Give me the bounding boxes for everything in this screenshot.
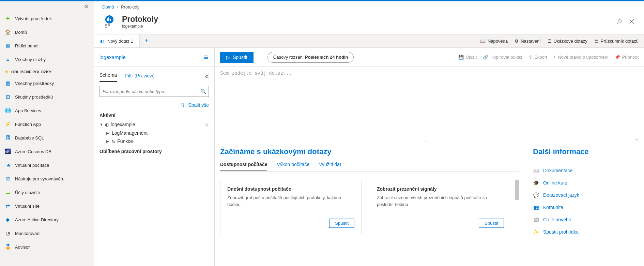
sidebar-item-app-services[interactable]: 🌐App Services xyxy=(0,104,94,117)
add-query-tab-button[interactable]: + xyxy=(140,34,153,47)
more-info-query-lang-link[interactable]: 💬Dotazovací jazyk xyxy=(533,189,639,201)
sort-icon[interactable]: ⇅ xyxy=(181,102,185,108)
sidebar-item-vm[interactable]: 🖥Virtuální počítače xyxy=(0,158,94,172)
new-alert-rule-button[interactable]: +Nové pravidlo upozornění xyxy=(553,55,609,60)
sidebar-item-aad[interactable]: ◆Azure Active Directory xyxy=(0,213,94,226)
plus-icon: + xyxy=(5,15,11,21)
favorite-star-icon[interactable]: ☆ xyxy=(204,121,209,128)
schema-tab-schema[interactable]: Schéma xyxy=(99,72,117,82)
sidebar-collapse-button[interactable] xyxy=(0,1,94,12)
schema-tree-functions[interactable]: ▶ fx Funkce xyxy=(94,137,214,145)
samples-tab-perf[interactable]: Výkon počítače xyxy=(277,162,309,171)
svg-rect-4 xyxy=(105,24,107,26)
book-icon: 📖 xyxy=(480,39,486,44)
grid-icon: ▦ xyxy=(5,80,11,86)
home-nav[interactable]: 🏠 Domů xyxy=(0,25,94,39)
schema-settings-button[interactable] xyxy=(203,55,209,60)
search-icon: 🔍 xyxy=(200,89,206,94)
more-info-docs-link[interactable]: 📖Dokumentace xyxy=(533,164,639,177)
sample-card-title: Dnešní dostupnost počítače xyxy=(227,186,354,192)
query-explorer-button[interactable]: 🗀Průzkumník dotazů xyxy=(594,39,639,44)
sidebar-item-load-balancer[interactable]: ⚖Nástroje pro vyrovnáván... xyxy=(0,172,94,186)
settings-button[interactable]: ⚙Nastavení xyxy=(515,39,541,44)
sidebar-item-monitor[interactable]: ◔Monitorování xyxy=(0,226,94,240)
dashboard-nav[interactable]: ▦ Řídicí panel xyxy=(0,39,94,53)
page-header: Protokoly logexample xyxy=(94,12,644,34)
svg-rect-2 xyxy=(108,17,109,21)
sidebar-item-storage[interactable]: ▭Účty úložiště xyxy=(0,186,94,199)
sidebar-item-all-resources[interactable]: ▦Všechny prostředky xyxy=(0,76,94,90)
book-icon: 📖 xyxy=(533,168,539,173)
time-range-picker[interactable]: Časový rozsah: Posledních 24 hodin xyxy=(267,52,354,63)
star-icon: ★ xyxy=(5,70,9,74)
breadcrumb: Domů › Protokoly xyxy=(94,1,644,12)
samples-tab-availability[interactable]: Dostupnost počítače xyxy=(220,162,267,171)
more-info-tour-link[interactable]: ✨Spustit prohlídku xyxy=(533,226,639,238)
sidebar-item-resource-groups[interactable]: ⊞Skupiny prostředků xyxy=(0,90,94,104)
results-ellipsis-icon[interactable]: . . . xyxy=(220,138,635,143)
sidebar-item-function-app[interactable]: ⚡Function App xyxy=(0,117,94,131)
collapse-all-button[interactable]: Sbalit vše xyxy=(188,102,209,108)
aad-icon: ◆ xyxy=(5,217,11,223)
sample-card-title: Zobrazit prezenční signály xyxy=(377,186,504,192)
run-query-button[interactable]: ▷ Spustit xyxy=(220,52,254,63)
group-icon: ⊞ xyxy=(5,94,11,100)
cosmos-icon: 🌌 xyxy=(5,148,11,154)
sample-card-run-button[interactable]: Spustit xyxy=(329,219,354,228)
chat-icon: 💬 xyxy=(533,192,539,198)
close-blade-button[interactable] xyxy=(628,17,636,26)
sidebar-item-vnet[interactable]: ⇄Virtuální sítě xyxy=(0,199,94,213)
sidebar-item-cosmos[interactable]: 🌌Azure Cosmos DB xyxy=(0,145,94,158)
vnet-icon: ⇄ xyxy=(5,203,11,209)
left-nav: + Vytvořit prostředek 🏠 Domů ▦ Řídicí pa… xyxy=(0,1,94,266)
sql-icon: 🗄 xyxy=(5,135,11,141)
lb-icon: ⚖ xyxy=(5,176,11,182)
collapse-results-icon[interactable]: ⌃ xyxy=(635,138,639,143)
scrollbar-thumb[interactable] xyxy=(515,180,519,200)
svg-point-7 xyxy=(205,55,206,56)
workspace-icon: ◐ xyxy=(105,122,109,127)
fx-icon: fx xyxy=(112,139,115,144)
schema-panel: logexample Schéma Filtr (Preview) 🔍 xyxy=(94,48,215,266)
home-nav-label: Domů xyxy=(15,30,27,35)
create-resource-button[interactable]: + Vytvořit prostředek xyxy=(0,12,94,25)
all-services-nav[interactable]: ≡ Všechny služby xyxy=(0,53,94,66)
query-panel: ▷ Spustit Časový rozsah: Posledních 24 h… xyxy=(215,48,644,266)
more-info-whatsnew-link[interactable]: 📰Co je nového xyxy=(533,213,639,226)
export-icon: ⇪ xyxy=(528,55,532,60)
more-info-course-link[interactable]: 🎓Online kurz xyxy=(533,177,639,189)
copy-link-button[interactable]: 🔗Kopírovat odkaz xyxy=(483,55,522,60)
chevron-right-icon: › xyxy=(117,4,118,10)
svg-rect-3 xyxy=(110,19,111,21)
schema-collapse-button[interactable] xyxy=(205,74,209,82)
sample-card-desc: Zobrazit graf počtu počítačů posílajícíc… xyxy=(227,194,354,208)
sample-queries-button[interactable]: ☰Ukázkové dotazy xyxy=(548,39,587,44)
sidebar-item-sql[interactable]: 🗄Databáze SQL xyxy=(0,131,94,145)
more-info-community-link[interactable]: 👥Komunita xyxy=(533,201,639,213)
help-button[interactable]: 📖Nápověda xyxy=(480,39,508,44)
breadcrumb-home-link[interactable]: Domů xyxy=(102,4,114,10)
sample-card-availability-today: Dnešní dostupnost počítače Zobrazit graf… xyxy=(220,180,362,234)
people-icon: 👥 xyxy=(533,205,539,210)
pin-query-button[interactable]: 📌Připnout xyxy=(615,55,639,60)
query-editor[interactable]: Sem zadejte svůj dotaz... xyxy=(215,67,644,138)
samples-tab-data-usage[interactable]: Využití dat xyxy=(319,162,341,171)
query-tab-1[interactable]: ◐ Nový dotaz 1 xyxy=(94,34,140,47)
schema-filter-input[interactable] xyxy=(99,86,209,97)
sample-card-desc: Zobrazit seznam všech prezenčních signál… xyxy=(377,194,504,208)
schema-tree-root[interactable]: ▼ ◐ logexample ☆ xyxy=(94,120,214,129)
schema-tab-filter[interactable]: Filtr (Preview) xyxy=(125,73,154,82)
graduation-icon: 🎓 xyxy=(533,180,539,186)
save-query-button[interactable]: 💾Uložit xyxy=(458,55,477,60)
workspace-scope-link[interactable]: logexample xyxy=(99,54,126,60)
svg-rect-1 xyxy=(107,18,108,21)
sidebar-item-advisor[interactable]: 🏅Advisor xyxy=(0,240,94,254)
caret-down-icon: ▼ xyxy=(99,122,103,127)
storage-icon: ▭ xyxy=(5,189,11,195)
news-icon: 📰 xyxy=(533,217,539,222)
query-tab-icon: ◐ xyxy=(100,39,104,44)
sample-card-run-button[interactable]: Spustit xyxy=(479,219,504,228)
export-button[interactable]: ⇪Export xyxy=(528,55,547,60)
schema-tree-logmgmt[interactable]: ▶ LogManagement xyxy=(94,129,214,137)
pin-header-button[interactable] xyxy=(615,17,624,26)
